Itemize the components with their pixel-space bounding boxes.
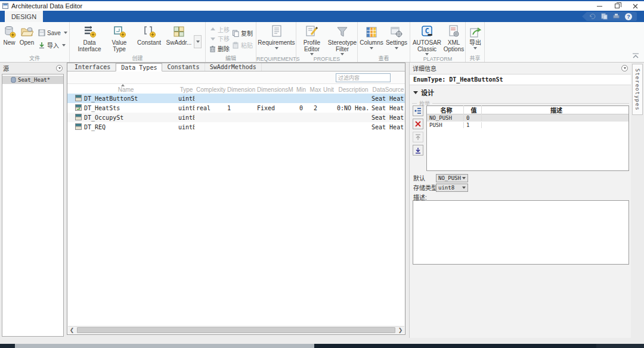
restore-icon: [615, 4, 620, 8]
columns-icon: [366, 24, 377, 38]
row-name: DT_HeatSts: [84, 105, 120, 111]
column-header-dimensions[interactable]: Dimensions: [225, 86, 255, 93]
source-collapse-icon[interactable]: [56, 65, 63, 72]
delete-enum-row-button[interactable]: [413, 119, 423, 129]
taskbar-tray-segment[interactable]: [596, 344, 644, 348]
new-icon: [3, 24, 16, 38]
import-icon: [38, 42, 45, 49]
open-button[interactable]: Open: [18, 24, 36, 46]
delete-button[interactable]: 删除: [209, 44, 230, 53]
copy-page-icon[interactable]: [601, 13, 608, 20]
add-enum-row-button[interactable]: [413, 105, 423, 116]
tab-swaddrmethods[interactable]: SwAddrMethods: [205, 63, 262, 71]
taskbar-search-segment[interactable]: [15, 344, 314, 348]
taskbar-start-segment[interactable]: [0, 344, 15, 348]
value-type-button[interactable]: Value Type: [105, 24, 134, 52]
columns-button[interactable]: Columns: [359, 24, 384, 49]
collapse-toolstrip-icon[interactable]: [632, 53, 639, 58]
restore-button[interactable]: [608, 1, 626, 11]
button-label: Value Type: [105, 39, 134, 52]
column-header-description[interactable]: Description: [335, 86, 370, 93]
column-header-type[interactable]: Type: [177, 86, 194, 93]
source-tree: Seat_Heat*: [2, 74, 64, 337]
tab-interfaces[interactable]: Interfaces: [70, 63, 116, 71]
description-cell: 0:NO Hea...: [335, 105, 370, 111]
data-table-header: NameTypeComplexityDimensionsDimensionsMo…: [67, 84, 405, 94]
settings-icon: [391, 24, 402, 38]
sort-icon[interactable]: [121, 84, 125, 86]
dimensions-cell: 1: [225, 105, 255, 111]
description-textarea[interactable]: [413, 200, 629, 265]
save-dropdown-icon[interactable]: [64, 32, 67, 34]
swaddr-button[interactable]: SwAddr...: [165, 24, 193, 46]
autosar-classic-button[interactable]: C AUTOSAR Classic: [411, 24, 442, 55]
column-header-datasource[interactable]: DataSource: [370, 86, 405, 93]
horizontal-scrollbar[interactable]: ❮ ❯: [68, 326, 404, 334]
filter-row: [67, 72, 405, 84]
details-collapse-icon[interactable]: [621, 65, 628, 72]
table-row-dt_occupyst[interactable]: DT_OccupyStuint8Seat_Heat...: [67, 113, 405, 122]
scrollbar-thumb[interactable]: [77, 327, 395, 333]
copy-button[interactable]: 复制: [232, 29, 253, 38]
tab-data-types[interactable]: Data Types: [116, 63, 162, 72]
scroll-left-icon[interactable]: ❮: [68, 327, 76, 334]
tab-constants[interactable]: Constants: [162, 63, 205, 71]
filter-input[interactable]: [336, 73, 391, 82]
design-section-header[interactable]: 设计: [413, 88, 434, 97]
details-panel-title: 详细信息: [413, 64, 436, 73]
storage-type-select[interactable]: uint8: [436, 184, 468, 192]
new-button[interactable]: New: [1, 24, 17, 46]
tree-item-seat-heat[interactable]: Seat_Heat*: [2, 76, 63, 84]
stereotype-filter-button[interactable]: Stereotype Filter: [327, 24, 357, 55]
enum-row-push[interactable]: PUSH 1: [427, 122, 628, 129]
value-type-icon: [113, 24, 126, 38]
chevron-down-icon: [462, 187, 466, 189]
import-dropdown-icon[interactable]: [62, 44, 66, 46]
close-button[interactable]: [626, 1, 644, 11]
default-value-select[interactable]: NO_PUSH: [436, 174, 468, 182]
table-row-dt_heatbuttonst[interactable]: DT_HeatButtonStuint8Seat_Heat...: [67, 94, 405, 103]
column-header-dimensionsmode[interactable]: DimensionsMode: [255, 86, 293, 93]
xml-options-button[interactable]: XML Options: [442, 24, 465, 52]
name-cell: DT_HeatButtonSt: [67, 95, 177, 102]
quick-access-toolbar: ?: [582, 12, 637, 21]
move-up-button[interactable]: 上移: [210, 25, 230, 34]
column-header-name[interactable]: Name: [67, 86, 177, 93]
profile-editor-button[interactable]: Profile Editor: [298, 24, 326, 55]
print-icon[interactable]: [613, 13, 620, 20]
stereotype-filter-dropdown-icon: [340, 53, 344, 55]
row-name: DT_REQ: [84, 124, 106, 130]
datatype-icon: [75, 123, 82, 131]
save-button[interactable]: Save: [38, 29, 67, 36]
undo-icon[interactable]: [589, 13, 596, 20]
move-enum-bottom-button[interactable]: [413, 145, 423, 156]
table-row-dt_req[interactable]: DT_REQuint8Seat_Heat...: [67, 122, 405, 132]
column-header-unit[interactable]: Unit: [322, 86, 335, 93]
paste-button[interactable]: 粘贴: [232, 41, 253, 49]
export-button[interactable]: 导出: [467, 24, 484, 49]
move-down-button[interactable]: 下移: [210, 34, 230, 43]
column-header-min[interactable]: Min: [293, 86, 309, 93]
section-edit: 上移 下移 删除 复制 粘贴 编辑: [206, 22, 256, 62]
enum-row-no-push[interactable]: NO_PUSH 0: [427, 114, 628, 122]
help-icon[interactable]: ?: [625, 13, 632, 20]
import-button[interactable]: 导入: [38, 41, 66, 49]
data-source-cell: Seat_Heat...: [370, 95, 405, 102]
autosar-dropdown-icon: [425, 53, 429, 55]
tab-design[interactable]: DESIGN: [5, 11, 43, 22]
section-label-platform: PLATFORM: [410, 56, 465, 62]
tab-stereotypes[interactable]: Stereotypes: [632, 64, 643, 115]
requirements-icon: [271, 24, 283, 38]
column-header-max[interactable]: Max: [309, 86, 322, 93]
requirements-button[interactable]: Requirements: [256, 24, 296, 49]
scroll-right-icon[interactable]: ❯: [397, 327, 404, 334]
column-header-complexity[interactable]: Complexity: [194, 86, 225, 93]
data-interface-button[interactable]: Data Interface: [75, 24, 104, 52]
create-overflow-button[interactable]: [194, 35, 202, 48]
move-enum-top-button[interactable]: [413, 132, 423, 142]
settings-button[interactable]: Settings: [384, 24, 409, 49]
constant-button[interactable]: Constant: [135, 24, 163, 46]
table-row-dt_heatsts[interactable]: DT_HeatStsuint8real1Fixed020:NO Hea...Se…: [67, 103, 405, 113]
swaddr-icon: [172, 24, 185, 38]
minimize-button[interactable]: [590, 1, 608, 11]
